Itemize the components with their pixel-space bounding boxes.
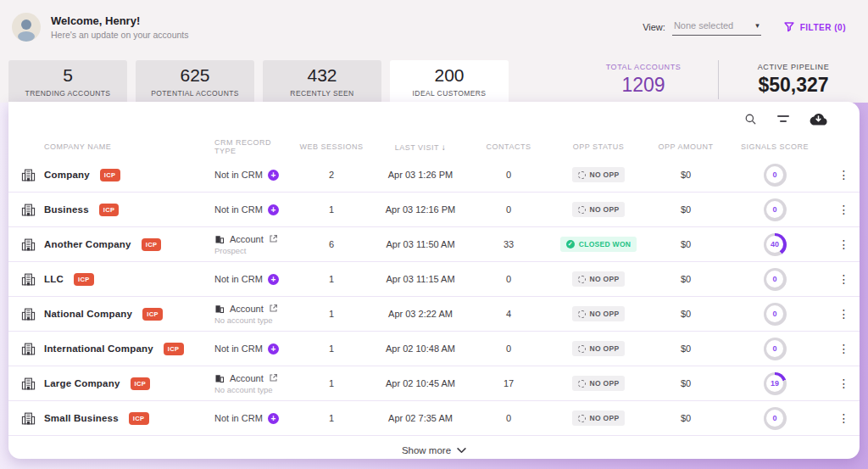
- row-actions-cell: ⋮: [828, 411, 860, 425]
- tab-value: 432: [263, 65, 381, 86]
- account-record-icon: [214, 304, 225, 314]
- table-row[interactable]: National CompanyICPAccountNo account typ…: [8, 297, 860, 332]
- column-header-web-sessions[interactable]: WEB SESSIONS: [292, 142, 370, 151]
- signals-score-value: 0: [772, 170, 776, 179]
- signals-score-value: 19: [771, 379, 779, 388]
- table-row[interactable]: Large CompanyICPAccountNo account type1A…: [8, 366, 860, 401]
- company-name[interactable]: Small Business: [44, 413, 119, 423]
- active-pipeline-value: $50,327: [743, 74, 844, 97]
- opp-status-badge: NO OPP: [572, 271, 626, 287]
- company-cell: National CompanyICP: [8, 307, 214, 321]
- opp-amount-value: $0: [650, 343, 721, 354]
- company-cell: LLCICP: [8, 272, 214, 287]
- crm-record-cell: Not in CRM+: [214, 274, 292, 285]
- opp-status-label: CLOSED WON: [579, 240, 632, 248]
- kebab-menu-icon[interactable]: ⋮: [838, 411, 850, 425]
- company-name[interactable]: Company: [44, 170, 90, 180]
- external-link-icon[interactable]: [269, 373, 278, 382]
- tab-recently-seen[interactable]: 432RECENTLY SEEN: [263, 60, 381, 103]
- add-to-crm-icon[interactable]: +: [268, 274, 279, 285]
- signals-score-cell: 0: [721, 407, 828, 430]
- crm-record-cell: AccountNo account type: [214, 304, 292, 325]
- tab-ideal-customers[interactable]: 200IDEAL CUSTOMERS: [390, 60, 509, 103]
- column-header-opp-status[interactable]: OPP STATUS: [547, 142, 650, 151]
- building-icon: [21, 237, 36, 252]
- kebab-menu-icon[interactable]: ⋮: [838, 237, 850, 251]
- kebab-menu-icon[interactable]: ⋮: [838, 307, 850, 321]
- view-label: View:: [643, 22, 665, 32]
- building-icon: [21, 168, 36, 182]
- total-accounts-label: TOTAL ACCOUNTS: [593, 63, 694, 71]
- view-select[interactable]: None selected ▾: [672, 19, 761, 36]
- table-row[interactable]: Small BusinessICPNot in CRM+1Apr 02 7:35…: [8, 401, 860, 436]
- account-record-icon: [214, 234, 225, 244]
- tab-label: TRENDING ACCOUNTS: [8, 89, 127, 98]
- opp-status-label: NO OPP: [590, 344, 620, 353]
- crm-record-cell: AccountNo account type: [214, 373, 292, 394]
- kebab-menu-icon[interactable]: ⋮: [838, 342, 850, 355]
- opp-status-badge: NO OPP: [572, 202, 626, 217]
- table-row[interactable]: International CompanyICPNot in CRM+1Apr …: [8, 332, 860, 366]
- external-link-icon[interactable]: [269, 373, 278, 382]
- company-name[interactable]: Business: [44, 204, 89, 215]
- company-cell: CompanyICP: [8, 168, 214, 182]
- opp-status-badge: NO OPP: [572, 306, 626, 321]
- table-row[interactable]: CompanyICPNot in CRM+2Apr 03 1:26 PM0NO …: [8, 158, 860, 193]
- icp-badge: ICP: [100, 169, 120, 181]
- cloud-download-icon[interactable]: [810, 113, 827, 126]
- web-sessions-value: 6: [292, 239, 370, 249]
- add-to-crm-icon[interactable]: +: [268, 204, 279, 215]
- external-link-icon[interactable]: [269, 304, 278, 313]
- external-link-icon[interactable]: [269, 234, 278, 243]
- table-header-row: COMPANY NAMECRM RECORD TYPEWEB SESSIONSL…: [8, 136, 860, 158]
- column-header-label: CRM RECORD TYPE: [214, 138, 271, 155]
- table-row[interactable]: BusinessICPNot in CRM+1Apr 03 12:16 PM0N…: [8, 193, 860, 227]
- dashed-circle-icon: [578, 206, 586, 214]
- company-name[interactable]: International Company: [44, 343, 153, 354]
- opp-amount-value: $0: [650, 239, 721, 249]
- opp-status-badge: NO OPP: [572, 167, 626, 182]
- table-row[interactable]: Another CompanyICPAccountProspect6Apr 03…: [8, 227, 860, 262]
- external-link-icon[interactable]: [269, 234, 278, 243]
- contacts-value: 0: [470, 413, 547, 423]
- last-visit-value: Apr 03 11:50 AM: [370, 239, 470, 249]
- page-header: Welcome, Henry! Here's an update on your…: [0, 0, 868, 54]
- web-sessions-value: 1: [292, 204, 370, 215]
- company-name[interactable]: Another Company: [44, 239, 131, 249]
- tab-potential-accounts[interactable]: 625POTENTIAL ACCOUNTS: [136, 60, 254, 103]
- column-header-label: OPP STATUS: [573, 142, 625, 151]
- kebab-menu-icon[interactable]: ⋮: [838, 203, 850, 216]
- crm-record-cell: Not in CRM+: [214, 343, 292, 355]
- sort-lines-icon[interactable]: [777, 115, 789, 122]
- column-header-opp-amount[interactable]: OPP AMOUNT: [650, 142, 721, 151]
- kebab-menu-icon[interactable]: ⋮: [838, 272, 850, 286]
- company-name[interactable]: LLC: [44, 274, 64, 284]
- column-header-crm-record-type[interactable]: CRM RECORD TYPE: [214, 138, 292, 155]
- signals-score-value: 40: [771, 240, 779, 248]
- column-header-signals-score[interactable]: SIGNALS SCORE: [721, 142, 828, 151]
- tab-trending-accounts[interactable]: 5TRENDING ACCOUNTS: [8, 60, 127, 103]
- crm-record-type: Not in CRM: [214, 170, 263, 180]
- signals-score-ring: 40: [764, 233, 787, 256]
- opp-status-badge: NO OPP: [572, 376, 626, 391]
- column-header-contacts[interactable]: CONTACTS: [470, 142, 547, 151]
- signals-score-ring: 0: [764, 164, 787, 187]
- show-more-button[interactable]: Show more: [8, 436, 860, 465]
- add-to-crm-icon[interactable]: +: [268, 170, 279, 181]
- external-link-icon[interactable]: [269, 304, 278, 313]
- signals-score-ring: 19: [764, 372, 787, 395]
- search-icon[interactable]: [744, 113, 757, 126]
- dashed-circle-icon: [578, 415, 586, 422]
- kebab-menu-icon[interactable]: ⋮: [838, 168, 850, 181]
- add-to-crm-icon[interactable]: +: [268, 343, 279, 355]
- column-header-last-visit[interactable]: LAST VISIT ↓: [370, 142, 470, 152]
- contacts-value: 0: [470, 204, 547, 215]
- kebab-menu-icon[interactable]: ⋮: [838, 377, 850, 390]
- column-header-company-name[interactable]: COMPANY NAME: [8, 142, 214, 151]
- dashboard-page: Welcome, Henry! Here's an update on your…: [0, 0, 868, 469]
- company-name[interactable]: Large Company: [44, 378, 120, 388]
- filter-button[interactable]: FILTER (0): [783, 21, 846, 33]
- add-to-crm-icon[interactable]: +: [268, 413, 279, 424]
- table-row[interactable]: LLCICPNot in CRM+1Apr 03 11:15 AM0NO OPP…: [8, 262, 860, 297]
- company-name[interactable]: National Company: [44, 309, 132, 319]
